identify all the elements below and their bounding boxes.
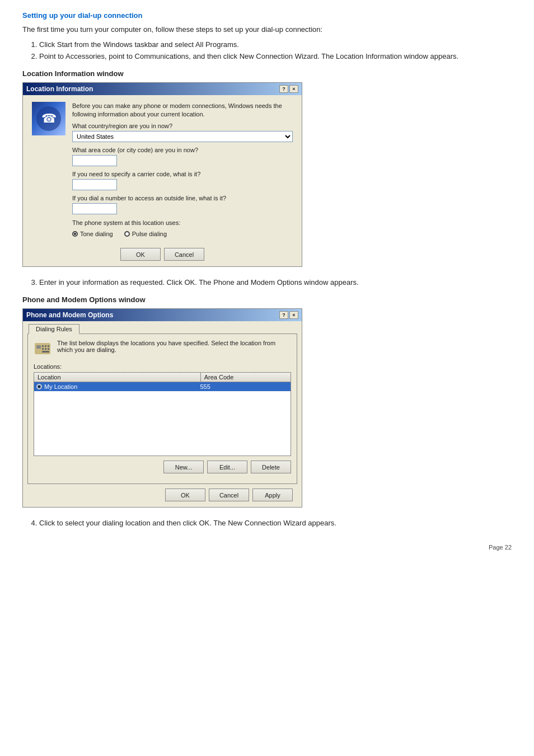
carrier-input[interactable] (72, 179, 117, 190)
titlebar-buttons: ? × (279, 85, 298, 93)
carrier-label: If you need to specify a carrier code, w… (72, 171, 293, 177)
phone-modem-help-button[interactable]: ? (279, 311, 288, 319)
svg-rect-10 (42, 351, 49, 353)
new-button[interactable]: New... (163, 461, 204, 473)
phone-modem-titlebar-buttons: ? × (279, 311, 298, 319)
location-ok-button[interactable]: OK (120, 248, 161, 261)
outside-input[interactable] (72, 203, 117, 214)
col-location-header: Location (34, 373, 201, 382)
location-info-section-heading: Location Information window (22, 69, 512, 78)
location-row-name-text: My Location (44, 383, 77, 390)
tone-dialing-label[interactable]: Tone dialing (72, 231, 113, 237)
country-select[interactable]: United States (72, 131, 293, 142)
svg-text:☎: ☎ (41, 111, 57, 125)
step-2: Point to Accessories, point to Communica… (39, 52, 512, 60)
location-info-titlebar: Location Information ? × (23, 83, 302, 95)
location-row[interactable]: My Location 555 (34, 382, 291, 391)
dialing-rules-tab[interactable]: Dialing Rules (29, 324, 79, 334)
location-info-dialog: Location Information ? × ☎ Before you ca… (22, 82, 302, 267)
step-1: Click Start from the Windows taskbar and… (39, 40, 512, 49)
tab-bar: Dialing Rules (23, 321, 302, 334)
locations-label: Locations: (34, 363, 291, 370)
svg-rect-4 (42, 345, 44, 347)
phone-system-label: The phone system at this location uses: (72, 219, 293, 227)
tab-header: The list below displays the locations yo… (34, 340, 291, 358)
phone-modem-dialog: Phone and Modem Options ? × Dialing Rule… (22, 308, 302, 508)
location-body-text: Before you can make any phone or modem c… (72, 102, 293, 119)
phone-modem-ok-button[interactable]: OK (165, 489, 205, 501)
phone-icon: ☎ (35, 105, 63, 133)
pulse-dialing-label[interactable]: Pulse dialing (124, 231, 167, 237)
location-row-name: My Location (36, 383, 200, 390)
phone-modem-apply-button[interactable]: Apply (252, 489, 293, 501)
phone-modem-title: Phone and Modem Options (26, 311, 113, 319)
tone-label-text: Tone dialing (80, 231, 113, 237)
pulse-label-text: Pulse dialing (132, 231, 167, 237)
outside-label: If you dial a number to access an outsid… (72, 195, 293, 201)
location-cancel-button[interactable]: Cancel (164, 248, 204, 261)
tab-content: The list below displays the locations yo… (27, 334, 297, 484)
step-3: Enter in your information as requested. … (39, 278, 512, 287)
phone-modem-close-button[interactable]: × (289, 311, 298, 319)
step3-list: Enter in your information as requested. … (39, 278, 512, 287)
phone-modem-footer: OK Cancel Apply (23, 484, 302, 507)
col-headers: Location Area Code (34, 373, 291, 382)
svg-rect-6 (48, 345, 49, 347)
row-radio-icon (36, 384, 42, 389)
page-number: Page 22 (22, 544, 512, 551)
locations-list-area: Location Area Code My Location 555 (34, 372, 291, 456)
step-4: Click to select your dialing location an… (39, 519, 512, 527)
area-code-input[interactable] (72, 155, 117, 166)
svg-rect-9 (48, 348, 49, 350)
phone-modem-cancel-button[interactable]: Cancel (209, 489, 249, 501)
svg-rect-3 (36, 345, 41, 349)
tab-icon-svg (34, 340, 51, 358)
area-code-label: What area code (or city code) are you in… (72, 147, 293, 153)
svg-rect-8 (45, 348, 46, 350)
svg-rect-5 (45, 345, 46, 347)
delete-button[interactable]: Delete (251, 461, 291, 473)
step4-list: Click to select your dialing location an… (39, 519, 512, 527)
edit-button[interactable]: Edit... (207, 461, 247, 473)
location-info-content: Before you can make any phone or modem c… (72, 102, 293, 239)
close-button[interactable]: × (289, 85, 298, 93)
svg-rect-7 (42, 348, 44, 350)
pulse-radio[interactable] (124, 231, 130, 237)
location-info-title: Location Information (26, 85, 93, 93)
intro-text: The first time you turn your computer on… (22, 25, 512, 34)
col-area-code-header: Area Code (201, 373, 291, 382)
phone-modem-icon (34, 340, 51, 358)
country-label: What country/region are you in now? (72, 123, 293, 129)
dialing-radio-group: Tone dialing Pulse dialing (72, 231, 293, 239)
location-info-body: ☎ Before you can make any phone or modem… (23, 95, 302, 245)
steps-list: Click Start from the Windows taskbar and… (39, 40, 512, 60)
help-button[interactable]: ? (279, 85, 288, 93)
tab-description: The list below displays the locations yo… (57, 340, 291, 353)
dialog-icon: ☎ (32, 102, 65, 135)
location-info-footer: OK Cancel (23, 245, 302, 266)
action-buttons: New... Edit... Delete (34, 461, 291, 473)
phone-modem-titlebar: Phone and Modem Options ? × (23, 309, 302, 321)
location-row-area-code: 555 (200, 383, 289, 390)
phone-modem-section-heading: Phone and Modem Options window (22, 295, 512, 304)
tone-radio[interactable] (72, 231, 78, 237)
section-title: Setting up your dial-up connection (22, 11, 512, 20)
